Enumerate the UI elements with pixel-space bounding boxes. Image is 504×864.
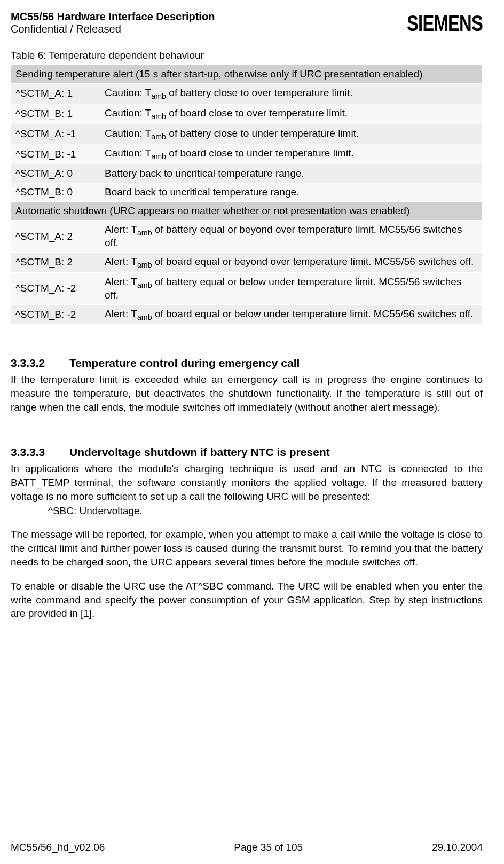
page-footer: MC55/56_hd_v02.06 Page 35 of 105 29.10.2… xyxy=(11,835,483,853)
urc-code: ^SCTM_B: 0 xyxy=(11,183,100,202)
urc-code: ^SCTM_A: -1 xyxy=(11,124,100,144)
urc-description: Caution: Tamb of battery close to over t… xyxy=(100,84,483,104)
footer-divider xyxy=(11,839,483,839)
section-number: 3.3.3.3 xyxy=(11,446,69,459)
section-body: In applications where the module's charg… xyxy=(11,462,483,503)
table-section-header: Sending temperature alert (15 s after st… xyxy=(11,65,483,84)
table-row: ^SCTM_A: 2 Alert: Tamb of battery equal … xyxy=(11,221,483,253)
section-title: Undervoltage shutdown if battery NTC is … xyxy=(69,446,330,458)
urc-description: Alert: Tamb of battery equal or beyond o… xyxy=(100,221,483,253)
page-header: MC55/56 Hardware Interface Description C… xyxy=(11,11,483,36)
urc-code: ^SCTM_B: -2 xyxy=(11,304,100,325)
urc-description: Alert: Tamb of board equal or beyond ove… xyxy=(100,252,483,272)
urc-code: ^SCTM_B: -1 xyxy=(11,144,100,164)
urc-code: ^SCTM_A: -2 xyxy=(11,272,100,304)
table-row: ^SCTM_A: 0 Battery back to uncritical te… xyxy=(11,164,483,183)
table-row: ^SCTM_B: -2 Alert: Tamb of board equal o… xyxy=(11,304,483,325)
urc-description: Caution: Tamb of battery close to under … xyxy=(100,124,483,144)
table-row: ^SCTM_A: -1 Caution: Tamb of battery clo… xyxy=(11,124,483,144)
footer-doc-id: MC55/56_hd_v02.06 xyxy=(11,842,105,853)
section-number: 3.3.3.2 xyxy=(11,357,69,370)
footer-page: Page 35 of 105 xyxy=(234,842,303,853)
urc-description: Alert: Tamb of battery equal or below un… xyxy=(100,272,483,304)
table-row: ^SCTM_B: 0 Board back to uncritical temp… xyxy=(11,183,483,202)
table-row: ^SCTM_A: 1 Caution: Tamb of battery clos… xyxy=(11,84,483,104)
urc-code: ^SCTM_B: 2 xyxy=(11,252,100,272)
table-row: ^SCTM_B: 2 Alert: Tamb of board equal or… xyxy=(11,252,483,272)
urc-description: Caution: Tamb of board close to over tem… xyxy=(100,104,483,124)
urc-description: Caution: Tamb of board close to under te… xyxy=(100,144,483,164)
urc-description: Alert: Tamb of board equal or below unde… xyxy=(100,304,483,325)
table-row: ^SCTM_B: -1 Caution: Tamb of board close… xyxy=(11,144,483,164)
section-heading: 3.3.3.2Temperature control during emerge… xyxy=(11,357,483,370)
table-section2-title: Automatic shutdown (URC appears no matte… xyxy=(11,202,483,221)
doc-title: MC55/56 Hardware Interface Description xyxy=(11,11,215,23)
urc-description: Battery back to uncritical temperature r… xyxy=(100,164,483,183)
table-section1-title: Sending temperature alert (15 s after st… xyxy=(11,65,483,84)
table-row: ^SCTM_B: 1 Caution: Tamb of board close … xyxy=(11,104,483,124)
section-heading: 3.3.3.3Undervoltage shutdown if battery … xyxy=(11,446,483,459)
urc-code: ^SCTM_A: 2 xyxy=(11,221,100,253)
section-body: The message will be reported, for exampl… xyxy=(11,528,483,569)
table-caption: Table 6: Temperature dependent behaviour xyxy=(11,50,483,61)
urc-code: ^SCTM_A: 1 xyxy=(11,84,100,104)
doc-status: Confidential / Released xyxy=(11,23,215,35)
section-body: If the temperature limit is exceeded whi… xyxy=(11,373,483,414)
header-divider xyxy=(11,40,483,40)
section-body: To enable or disable the URC use the AT^… xyxy=(11,579,483,620)
urc-code: ^SCTM_A: 0 xyxy=(11,164,100,183)
siemens-logo: SIEMENS xyxy=(407,11,483,36)
urc-example: ^SBC: Undervoltage. xyxy=(48,505,483,517)
footer-date: 29.10.2004 xyxy=(432,842,483,853)
table-row: ^SCTM_A: -2 Alert: Tamb of battery equal… xyxy=(11,272,483,304)
table-section-header: Automatic shutdown (URC appears no matte… xyxy=(11,202,483,221)
temperature-behaviour-table: Sending temperature alert (15 s after st… xyxy=(11,65,483,325)
urc-code: ^SCTM_B: 1 xyxy=(11,104,100,124)
section-title: Temperature control during emergency cal… xyxy=(69,357,300,369)
urc-description: Board back to uncritical temperature ran… xyxy=(100,183,483,202)
